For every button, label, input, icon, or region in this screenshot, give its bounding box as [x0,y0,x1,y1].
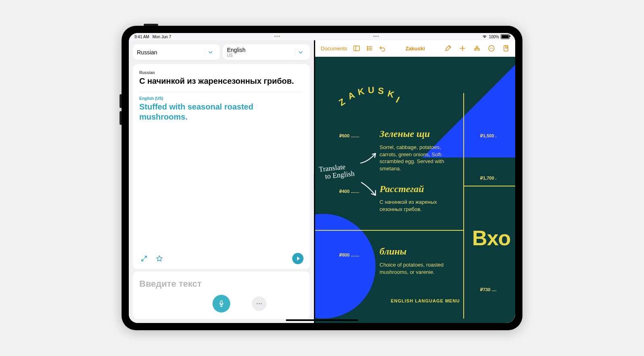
handwriting-note: Translate to English [318,162,355,181]
dish3-title: блины [380,246,407,257]
dish3-desc: Choice of potatoes, roasted mushrooms, o… [380,261,448,275]
svg-point-18 [491,48,492,49]
menu-rule-vert [463,93,464,319]
notes-app: Documents Zakuski [314,40,515,323]
status-date: Mon Jun 7 [153,35,171,39]
card-separator [139,92,303,92]
wifi-icon [482,35,487,39]
target-language-sublabel: US [227,53,295,58]
expand-icon[interactable] [139,254,149,263]
dish2-title: Расстегай [380,184,424,195]
power-button [144,24,158,26]
brand-letter: S [378,85,384,96]
brand-letter: K [357,86,365,98]
brand-letter: I [394,95,401,105]
battery-icon [501,34,510,39]
dish2-desc: С начинкой из жареных сезонных грибов. [380,199,448,213]
target-language-label: English [227,47,295,53]
handwriting-arrow-up [359,149,380,167]
share-icon[interactable] [473,45,481,52]
price-right2: ₽1,700 . [480,176,497,181]
multitask-dots-right[interactable]: ••• [373,35,380,38]
source-text: С начинкой из жаренсезонных грибов. [139,76,303,86]
decor-circle [315,214,376,319]
side-heading: Вхо [472,226,511,250]
brand-letter: U [367,85,374,96]
translated-text: Stuffed with seasonal roasted mushrooms. [139,102,303,122]
price-right3: ₽730 .... [480,287,497,292]
notes-toolbar: Documents Zakuski [315,40,515,57]
menu-footer: ENGLISH LANGUAGE MENU [391,298,460,303]
play-audio-button[interactable] [292,253,303,264]
ipad-frame: 9:41 AM Mon Jun 7 ••• ••• 100% [122,26,522,330]
document-canvas[interactable]: Z A K U S K I ₽600 ....... Зеленые щи So… [315,57,515,323]
status-bar: 9:41 AM Mon Jun 7 ••• ••• 100% [129,33,515,40]
brand-letter: K [386,88,395,100]
chevron-down-icon [205,49,216,56]
input-card: Введите текст [133,271,310,319]
svg-point-14 [475,49,477,51]
menu-rule-horiz [315,230,463,231]
volume-up-button [120,94,122,108]
translation-card: Russian С начинкой из жаренсезонных гриб… [133,64,310,269]
multitask-dots-left[interactable]: ••• [274,35,281,38]
target-language-selector[interactable]: English US [223,44,310,60]
bookmark-icon[interactable] [502,45,510,52]
home-indicator[interactable] [286,319,358,321]
volume-down-button [120,111,122,125]
dish1-title: Зеленые щи [380,128,430,139]
price-dish3: ₽800 ....... [339,253,359,258]
text-input[interactable]: Введите текст [139,279,303,289]
brand-letter: Z [337,96,347,108]
screen: 9:41 AM Mon Jun 7 ••• ••• 100% [129,33,515,323]
back-button[interactable]: Documents [321,46,347,52]
menu-rule-horiz2 [463,186,515,186]
pen-tool-icon[interactable] [444,45,452,52]
favorite-icon[interactable] [155,254,164,263]
svg-point-2 [261,303,262,304]
dish1-desc: Sorrel, cabbage, potatoes, carrots, gree… [380,144,448,172]
price-dish2: ₽400 ....... [339,189,359,194]
battery-pct: 100% [489,35,499,39]
chevron-down-icon [295,49,306,56]
undo-icon[interactable] [379,45,386,52]
brand-letter: A [347,90,356,102]
language-selector-row: Russian English US [129,40,314,64]
svg-point-0 [257,303,258,304]
svg-point-15 [478,49,480,51]
card-actions [139,253,303,264]
translate-app: Russian English US [129,40,314,323]
source-language-selector[interactable]: Russian [133,44,220,60]
price-right1: ₽1,500 . [480,133,497,139]
more-icon[interactable] [488,45,495,52]
source-language-name: Russian [139,70,303,75]
status-time: 9:41 AM [134,35,149,39]
source-language-label: Russian [137,49,205,56]
svg-point-1 [259,303,260,304]
add-icon[interactable] [459,45,466,52]
microphone-button[interactable] [213,295,230,313]
document-title: Zakuski [405,46,425,52]
svg-rect-3 [354,46,359,51]
svg-point-5 [367,46,368,47]
svg-point-7 [367,48,368,49]
svg-point-17 [490,48,491,49]
svg-point-9 [367,50,368,50]
outline-icon[interactable] [366,45,373,52]
target-language-name: English (US) [139,96,303,101]
more-options-button[interactable] [252,296,266,311]
price-dish1: ₽600 ....... [339,133,359,139]
handwriting-arrow-down [360,181,380,200]
sidebar-toggle-icon[interactable] [353,45,360,52]
split-view: Russian English US [129,40,515,323]
svg-point-19 [492,48,493,49]
